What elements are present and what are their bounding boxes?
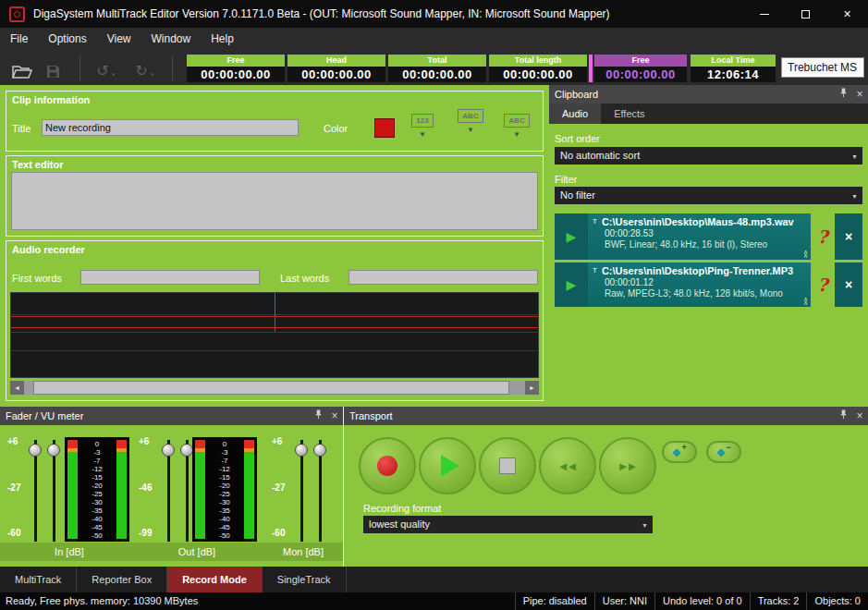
record-button[interactable] [359, 437, 416, 494]
status-user: User: NNI [594, 592, 654, 610]
color-swatch-button[interactable] [374, 118, 395, 138]
menu-window[interactable]: Window [141, 28, 202, 51]
clipboard-item[interactable]: ▶ T C:\Users\nin\Desktop\Maus-48.mp3.wav… [555, 214, 862, 260]
undo-dropdown-icon: ▼ [111, 70, 116, 79]
pin-icon[interactable] [835, 85, 851, 104]
menu-options[interactable]: Options [38, 28, 96, 51]
abc-grid-dropdown-button[interactable]: ABC ▼ [450, 105, 491, 134]
clipboard-tabstrip: Audio Effects [549, 104, 868, 124]
clip-entry[interactable]: T C:\Users\nin\Desktop\Maus-48.mp3.wav 0… [588, 214, 811, 260]
text-editor-area[interactable] [11, 172, 538, 230]
redo-button[interactable]: ↻ ▼ [129, 56, 161, 79]
open-button[interactable] [9, 56, 35, 79]
time-value: 12:06:14 [691, 67, 776, 82]
scroll-right-button[interactable]: ► [525, 381, 539, 395]
last-words-input[interactable] [348, 270, 538, 285]
scroll-left-button[interactable]: ◄ [10, 381, 24, 395]
play-clip-button[interactable]: ▶ [555, 214, 588, 260]
play-icon: ▶ [567, 277, 577, 292]
time-value: 00:00:00.00 [594, 67, 687, 82]
status-bar: Ready, Free phys. memory: 10390 MBytes P… [0, 592, 868, 610]
clip-title-input[interactable] [42, 119, 299, 136]
remove-icon: × [845, 277, 852, 292]
fast-forward-icon: ►► [617, 459, 639, 473]
scroll-right-icon: ► [529, 384, 535, 391]
status-message: Ready, Free phys. memory: 10390 MBytes [0, 592, 515, 610]
clip-entry[interactable]: T C:\Users\nin\Desktop\Ping-Trenner.MP3 … [588, 262, 811, 307]
play-button[interactable] [419, 437, 476, 494]
numbering-icon: 123 [411, 114, 433, 128]
first-words-input[interactable] [80, 270, 260, 285]
toolbar-separator [79, 55, 80, 80]
panel-title: Text editor [12, 159, 63, 170]
tab-singletrack[interactable]: SingleTrack [263, 567, 347, 592]
fader-knob[interactable] [47, 444, 60, 457]
minimize-button[interactable] [743, 0, 785, 28]
sort-order-dropdown[interactable]: No automatic sort ▼ [555, 147, 862, 165]
add-marker-button[interactable]: ◆ + [662, 441, 697, 463]
window-title: DigaSystem MultiTrack Editor Version 7.0… [33, 7, 743, 20]
fader-knob[interactable] [162, 444, 175, 457]
menu-file[interactable]: File [0, 28, 38, 51]
time-value: 00:00:00.00 [388, 67, 486, 82]
numbering-dropdown-button[interactable]: 123 ▼ [402, 110, 443, 139]
rewind-button[interactable]: ◄◄ [539, 437, 596, 494]
filter-dropdown[interactable]: No filter ▼ [555, 187, 862, 204]
scrollbar-track[interactable] [24, 381, 525, 395]
clipboard-item[interactable]: ▶ T C:\Users\nin\Desktop\Ping-Trenner.MP… [555, 262, 862, 307]
track-flag: T [593, 216, 597, 227]
status-tracks: Tracks: 2 [750, 592, 807, 610]
undo-button[interactable]: ↺ ▼ [91, 56, 122, 79]
remove-clip-button[interactable]: × [835, 262, 862, 307]
app-window: DigaSystem MultiTrack Editor Version 7.0… [0, 0, 868, 610]
fast-forward-button[interactable]: ►► [599, 437, 656, 494]
close-panel-icon[interactable]: × [326, 407, 343, 425]
fader-knob[interactable] [295, 444, 308, 457]
scrollbar-thumb[interactable] [33, 381, 509, 395]
save-button[interactable] [41, 56, 65, 79]
menu-help[interactable]: Help [201, 28, 244, 51]
time-value: 00:00:00.00 [187, 67, 285, 82]
filter-value: No filter [560, 189, 595, 201]
time-display-head: Head 00:00:00.00 [287, 55, 385, 82]
recording-format-dropdown[interactable]: lowest quality ▼ [363, 516, 653, 533]
font-selector[interactable]: Trebuchet MS [781, 57, 864, 78]
close-panel-icon[interactable]: × [851, 407, 868, 425]
menu-view[interactable]: View [97, 28, 141, 51]
tab-multitrack[interactable]: MultiTrack [0, 567, 77, 592]
tab-record-mode[interactable]: Record Mode [167, 567, 263, 592]
close-panel-icon[interactable]: × [851, 85, 868, 104]
clip-path: C:\Users\nin\Desktop\Maus-48.mp3.wav [602, 216, 794, 227]
plus-icon: + [681, 443, 686, 452]
abc-spell-dropdown-button[interactable]: ABC ▼ [496, 110, 537, 139]
pin-icon[interactable] [310, 407, 326, 425]
remove-marker-button[interactable]: ◆ − [706, 441, 741, 463]
clipboard-panel: Clipboard × Audio Effects Sort order No … [549, 85, 868, 407]
remove-clip-button[interactable]: × [835, 214, 862, 260]
sort-order-value: No automatic sort [560, 150, 640, 161]
tab-audio[interactable]: Audio [549, 104, 601, 124]
clip-format: Raw, MPEG-L3; 48.0 kHz, 128 kbit/s, Mono [605, 288, 805, 299]
maximize-button[interactable] [785, 0, 826, 28]
pin-icon[interactable] [835, 407, 851, 425]
collapse-chevrons-icon[interactable]: ∧ ∧ [803, 250, 808, 258]
recording-format-value: lowest quality [369, 518, 430, 530]
audio-recorder-panel: Audio recorder First words Last words ◄ … [6, 240, 544, 401]
fader-knob[interactable] [29, 444, 42, 457]
vu-bar-right [116, 440, 127, 539]
tab-reporter-box[interactable]: Reporter Box [77, 567, 167, 592]
chevron-down-icon: ▼ [402, 130, 443, 139]
play-clip-button[interactable]: ▶ [555, 262, 588, 307]
waveform-display[interactable] [10, 292, 539, 378]
fader-knob[interactable] [180, 444, 193, 457]
fader-knob[interactable] [313, 444, 326, 457]
collapse-chevrons-icon[interactable]: ∧ ∧ [803, 298, 808, 305]
fader-header: Fader / VU meter × [0, 407, 343, 425]
close-button[interactable]: × [826, 0, 868, 28]
stop-button[interactable] [479, 437, 536, 494]
undo-icon: ↺ [96, 63, 108, 79]
transport-panel: Transport × ◄◄ ►► ◆ + ◆ − [344, 407, 868, 567]
title-label: Title [12, 123, 31, 134]
tab-effects[interactable]: Effects [601, 104, 657, 124]
waveform-scrollbar[interactable]: ◄ ► [10, 381, 539, 395]
